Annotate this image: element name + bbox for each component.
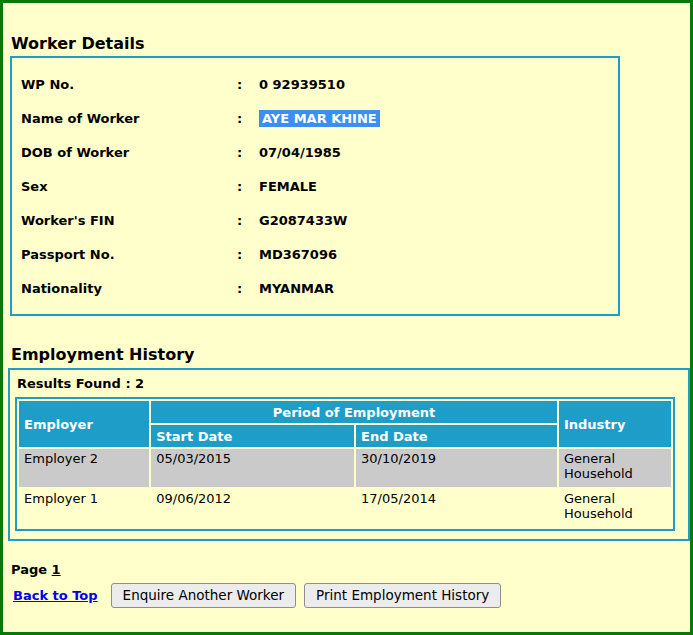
- worker-details-heading: Worker Details: [11, 34, 690, 53]
- separator: :: [237, 111, 259, 126]
- employer-cell: Employer 1: [19, 489, 149, 527]
- end-date-column-header: End Date: [356, 425, 557, 447]
- table-row: Employer 2 05/03/2015 30/10/2019 General…: [19, 449, 671, 487]
- passport-label: Passport No.: [21, 247, 237, 262]
- field-row-dob: DOB of Worker : 07/04/1985: [21, 135, 618, 169]
- period-column-header: Period of Employment: [151, 401, 557, 423]
- start-date-cell: 05/03/2015: [151, 449, 354, 487]
- name-label: Name of Worker: [21, 111, 237, 126]
- pagination: Page 1: [11, 562, 690, 577]
- separator: :: [237, 77, 259, 92]
- dob-value: 07/04/1985: [259, 145, 341, 160]
- end-date-cell: 30/10/2019: [356, 449, 557, 487]
- print-employment-history-button[interactable]: Print Employment History: [304, 583, 501, 608]
- sex-value: FEMALE: [259, 179, 317, 194]
- field-row-wp-no: WP No. : 0 92939510: [21, 67, 618, 101]
- field-row-name: Name of Worker : AYE MAR KHINE: [21, 101, 618, 135]
- wp-no-value: 0 92939510: [259, 77, 345, 92]
- field-row-fin: Worker's FIN : G2087433W: [21, 203, 618, 237]
- field-row-nationality: Nationality : MYANMAR: [21, 271, 618, 305]
- employer-column-header: Employer: [19, 401, 149, 447]
- employment-history-panel: Results Found : 2 Employer Period of Emp…: [8, 368, 690, 541]
- fin-value: G2087433W: [259, 213, 347, 228]
- page-number-link[interactable]: 1: [52, 562, 61, 577]
- industry-column-header: Industry: [559, 401, 671, 447]
- table-row: Employer 1 09/06/2012 17/05/2014 General…: [19, 489, 671, 527]
- field-row-passport: Passport No. : MD367096: [21, 237, 618, 271]
- page: { "worker_details": { "heading": "Worker…: [0, 0, 693, 635]
- results-found-text: Results Found : 2: [15, 374, 683, 397]
- field-row-sex: Sex : FEMALE: [21, 169, 618, 203]
- industry-cell: General Household: [559, 489, 671, 527]
- page-label: Page: [11, 562, 47, 577]
- enquire-another-worker-button[interactable]: Enquire Another Worker: [111, 583, 296, 608]
- separator: :: [237, 145, 259, 160]
- separator: :: [237, 179, 259, 194]
- fin-label: Worker's FIN: [21, 213, 237, 228]
- nationality-label: Nationality: [21, 281, 237, 296]
- industry-cell: General Household: [559, 449, 671, 487]
- name-value-highlighted: AYE MAR KHINE: [259, 110, 380, 127]
- nationality-value: MYANMAR: [259, 281, 334, 296]
- employment-history-table: Employer Period of Employment Industry S…: [15, 397, 675, 531]
- passport-value: MD367096: [259, 247, 337, 262]
- employment-history-heading: Employment History: [11, 345, 690, 364]
- end-date-cell: 17/05/2014: [356, 489, 557, 527]
- start-date-column-header: Start Date: [151, 425, 354, 447]
- table-header-row-1: Employer Period of Employment Industry: [19, 401, 671, 423]
- separator: :: [237, 281, 259, 296]
- separator: :: [237, 213, 259, 228]
- back-to-top-link[interactable]: Back to Top: [13, 588, 98, 603]
- sex-label: Sex: [21, 179, 237, 194]
- wp-no-label: WP No.: [21, 77, 237, 92]
- employer-cell: Employer 2: [19, 449, 149, 487]
- separator: :: [237, 247, 259, 262]
- dob-label: DOB of Worker: [21, 145, 237, 160]
- worker-details-panel: WP No. : 0 92939510 Name of Worker : AYE…: [10, 56, 620, 316]
- footer-actions: Back to Top Enquire Another Worker Print…: [13, 583, 690, 608]
- start-date-cell: 09/06/2012: [151, 489, 354, 527]
